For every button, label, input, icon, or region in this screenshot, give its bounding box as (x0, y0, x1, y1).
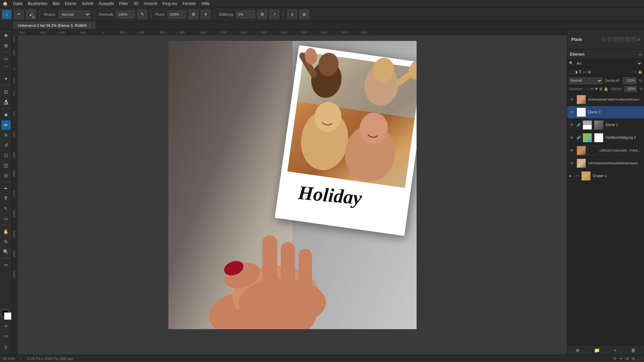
menu-home[interactable]: 🏠 (3, 1, 8, 6)
menu-schrift[interactable]: Schrift (82, 1, 93, 6)
menu-plugins[interactable]: Plug-ins (163, 1, 177, 6)
pen-tool[interactable]: ✒ (1, 184, 11, 193)
blend-mode-select[interactable]: Normal Multiplizieren Abwedeln (569, 77, 602, 84)
artboard-tool[interactable]: ⊞ (1, 41, 11, 50)
blur-tool[interactable]: ◎ (1, 171, 11, 180)
rotate-view-tool[interactable]: ↻ (1, 237, 11, 246)
symmetry-btn[interactable]: ⧖ (287, 10, 297, 19)
layer-item[interactable]: 👁 🔗 Ebene 2 (567, 119, 644, 131)
lasso-tool[interactable]: ⌒ (1, 64, 11, 73)
layer-item[interactable]: 👁 🔗 Farbtton/Sättigung 2 (567, 131, 644, 144)
fluss-input[interactable] (168, 11, 186, 18)
menu-bild[interactable]: Bild (53, 1, 59, 6)
hand-tool[interactable]: ✋ (1, 227, 11, 236)
layer-vis-3[interactable]: 👁 (569, 123, 575, 127)
layer-vis-6[interactable]: 👁 (569, 161, 575, 166)
status-icon-2[interactable]: ✏ (620, 356, 623, 361)
paths-icon-5[interactable] (625, 37, 630, 42)
screen-mode-btn[interactable]: ▭ (1, 331, 11, 341)
layer-item[interactable]: ▶ 👁 Gruppe 1 (567, 170, 644, 182)
history-tool[interactable]: ↺ (1, 140, 11, 150)
layer-vis-7[interactable]: 👁 (574, 174, 579, 178)
brush-tool[interactable]: ✏ (1, 120, 11, 130)
menu-auswahl[interactable]: Auswahl (99, 1, 114, 6)
flache-input[interactable] (625, 86, 637, 92)
layer-item[interactable]: 👁 Ebene 3 (567, 106, 644, 119)
status-icon-5[interactable]: ⬚ (638, 356, 641, 361)
layer-vis-1[interactable]: 👁 (569, 97, 575, 102)
tab-close-btn[interactable]: × (89, 24, 91, 27)
glattung-input[interactable] (236, 11, 255, 18)
layer-vis-5[interactable]: 👁 (569, 148, 575, 153)
deckraft-btn[interactable]: ✎ (138, 10, 147, 19)
crop-tool[interactable]: ⊡ (1, 87, 11, 97)
layer-item[interactable]: 👁 c2f82d4172a0c2e65...7c3c82234_Kopie... (567, 144, 644, 157)
marquee-tool[interactable]: ▭ (1, 54, 11, 63)
type-text-icon[interactable]: T (579, 70, 581, 74)
gradient-tool[interactable]: ◫ (1, 161, 11, 170)
type-tool[interactable]: T (1, 194, 11, 203)
paths-menu-btn[interactable]: ≡ (637, 37, 640, 42)
fluss-settings[interactable]: ⚙ (189, 10, 198, 19)
extra-btn[interactable]: ⊞ (300, 10, 309, 19)
paths-icon-1[interactable] (601, 37, 606, 42)
type-smart-icon[interactable]: ⊕ (588, 70, 591, 74)
healing-tool[interactable]: ✚ (1, 110, 11, 120)
layer-group-arrow[interactable]: ▶ (569, 174, 572, 178)
document-tab[interactable]: Unbenannt-2 bei 59,2% (Ebene 3, RGB/8) × (13, 22, 95, 29)
type-pixel-icon[interactable]: ⬚ (569, 70, 573, 74)
delete-layer-btn[interactable]: 🗑 (631, 348, 636, 353)
clone-tool[interactable]: ⎘ (1, 130, 11, 140)
type-shape-icon[interactable]: ▭ (583, 70, 586, 74)
eraser-tool[interactable]: ◻ (1, 150, 11, 160)
status-icon-3[interactable]: ⊕ (626, 356, 629, 361)
status-icon-1[interactable]: ⚙ (613, 356, 617, 361)
layer-vis-4[interactable]: 👁 (569, 135, 575, 140)
background-color[interactable] (4, 312, 11, 320)
menu-filter[interactable]: Filter (119, 1, 128, 6)
add-folder-btn[interactable]: 📁 (594, 348, 600, 353)
extra-tools-btn[interactable]: ••• (1, 260, 11, 269)
glattung-settings[interactable]: ⚙ (258, 10, 267, 19)
paths-icon-6[interactable] (631, 37, 636, 42)
menu-3d[interactable]: 3D (133, 1, 139, 6)
fluss-btn2[interactable]: ⊕ (201, 10, 210, 19)
edit-standard-btn[interactable]: Q (1, 343, 11, 352)
deckraft-input[interactable] (116, 11, 135, 18)
paths-icon-3[interactable] (613, 37, 618, 42)
wand-tool[interactable]: ✦ (1, 74, 11, 83)
menu-ebene[interactable]: Ebene (65, 1, 76, 6)
lock-all-icon[interactable]: 🔒 (604, 87, 608, 91)
type-adjust-icon[interactable]: ◑ (574, 70, 578, 74)
paths-icon-2[interactable] (607, 37, 612, 42)
menu-ansicht[interactable]: Ansicht (144, 1, 157, 6)
layers-filter-select[interactable]: Art Name Effekt (575, 61, 642, 66)
menu-hilfe[interactable]: Hilfe (202, 1, 210, 6)
layer-vis-2[interactable]: 👁 (569, 110, 575, 115)
lock-brush-icon[interactable]: ✏ (591, 87, 594, 91)
switch-colors-btn[interactable]: ⇌ (1, 321, 11, 330)
airbrush-btn[interactable]: 🖌 ✓ (26, 10, 36, 19)
status-icon-4[interactable]: ⊞ (632, 356, 635, 361)
canvas-area[interactable]: -800 -600 -400 -200 0 200 400 600 800 10… (12, 29, 567, 355)
lock-transparent-icon[interactable]: ⬚ (586, 87, 589, 91)
zoom-tool[interactable]: 🔍 (1, 247, 11, 256)
layers-menu-btn[interactable]: ≡ (639, 52, 641, 57)
move-tool[interactable]: ✥ (1, 31, 11, 40)
angle-btn[interactable]: ↗ (270, 10, 279, 19)
lock-artboard-icon[interactable]: ⊞ (599, 87, 602, 91)
paths-icon-4[interactable] (619, 37, 624, 42)
color-swatches[interactable] (1, 309, 11, 320)
shape-tool[interactable]: ▭ (1, 214, 11, 223)
brush-tool-btn[interactable]: ✏ (14, 10, 23, 19)
deckraft-input[interactable] (623, 77, 636, 84)
eyedropper-tool[interactable]: 🔬 (1, 97, 11, 107)
add-layer-btn[interactable]: + (614, 348, 616, 353)
layer-item[interactable]: 👁 10576a30b30050a4abf5b83a539acddb Kopie (567, 157, 644, 170)
layer-item[interactable]: 👁 3fc992adc9af7e0857e1d5a245361ec1 (567, 93, 644, 106)
add-fill-layer-btn[interactable]: ⊕ (576, 348, 580, 353)
home-button[interactable]: ⌂ (2, 10, 11, 19)
modus-select[interactable]: Normal Multiplizieren Abwedeln (59, 11, 91, 18)
menu-datei[interactable]: Datei (13, 1, 22, 6)
menu-fenster[interactable]: Fenster (182, 1, 196, 6)
